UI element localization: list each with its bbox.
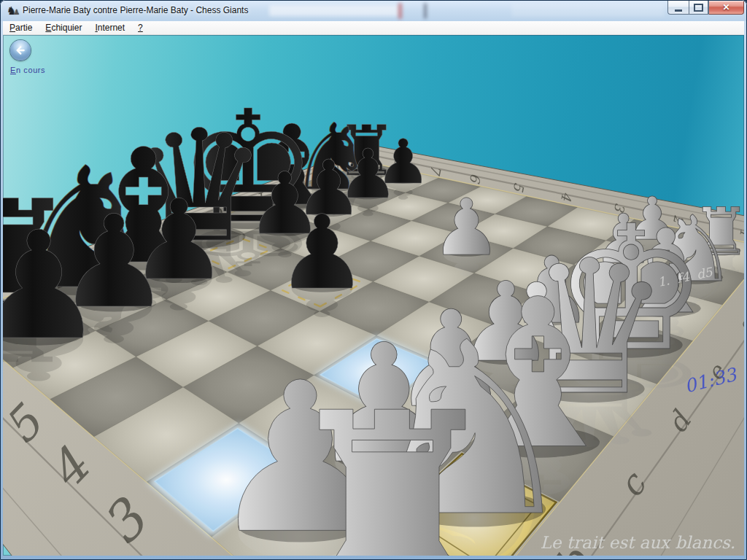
- close-icon: ✕: [722, 1, 729, 14]
- piece-black-pawn-a7[interactable]: ♟: [3, 200, 106, 373]
- glass-reflection: [511, 4, 665, 17]
- glass-reflection: [424, 3, 427, 19]
- back-button[interactable]: [10, 40, 31, 61]
- window-controls: ✕: [667, 1, 744, 15]
- title-bar: ♞♟ Pierre-Marie Baty contre Pierre-Marie…: [1, 1, 746, 21]
- maximize-button[interactable]: [689, 1, 708, 15]
- game-view: 1122334455667788aabbccddeeffgghh♜♜♟♟♞♞♟♟…: [3, 35, 744, 556]
- app-icon: ♞♟: [7, 4, 20, 18]
- glass-reflection: [398, 3, 402, 19]
- game-state-link[interactable]: En cours: [10, 66, 45, 74]
- window-title: Pierre-Marie Baty contre Pierre-Marie Ba…: [23, 5, 248, 15]
- glass-reflection: [269, 5, 399, 16]
- minimize-button[interactable]: [667, 1, 689, 15]
- status-message: Le trait est aux blancs.: [541, 533, 735, 552]
- menu-help[interactable]: ?: [131, 22, 150, 34]
- maximize-icon: [694, 4, 703, 12]
- menu-echiquier[interactable]: Echiquier: [39, 22, 88, 34]
- menu-partie[interactable]: Partie: [3, 22, 39, 34]
- minimize-icon: [675, 9, 682, 12]
- chess-board-3d[interactable]: 1122334455667788aabbccddeeffgghh♜♜♟♟♞♞♟♟…: [3, 35, 744, 556]
- piece-black-pawn-d5[interactable]: ♟: [276, 193, 368, 312]
- window-frame: ♞♟ Pierre-Marie Baty contre Pierre-Marie…: [0, 0, 747, 560]
- menu-bar: Partie Echiquier Internet ?: [3, 21, 744, 35]
- close-button[interactable]: ✕: [708, 1, 744, 15]
- back-arrow-icon: [15, 44, 26, 56]
- menu-internet[interactable]: Internet: [88, 22, 131, 34]
- piece-white-rook-a1[interactable]: ♜: [276, 357, 508, 556]
